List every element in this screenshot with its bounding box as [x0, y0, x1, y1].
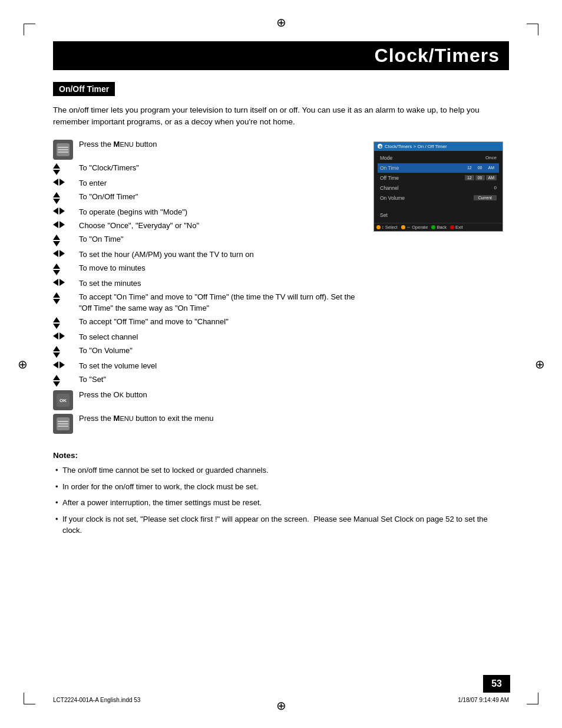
instructions-list: Press the MENU button To "Clock/Timers" [53, 139, 362, 437]
tv-screenshot-header: ⊕ Clock/Timers > On / Off Timer [374, 142, 503, 151]
note-item: The on/off time cannot be set to locked … [53, 465, 509, 476]
up-down-arrow-icon [53, 192, 79, 204]
title-bar: Clock/Timers [53, 41, 509, 70]
instruction-row: Press the MENU button to exit the menu [53, 413, 362, 434]
tv-footer-select: ↕ Select [376, 225, 398, 230]
instruction-text: Choose "Once", "Everyday" or "No" [79, 220, 362, 231]
instruction-row: To operate (begins with "Mode") [53, 207, 362, 218]
instruction-text: To "Set" [79, 374, 362, 385]
page-title: Clock/Timers [62, 45, 500, 67]
instruction-text: Press the MENU button to exit the menu [79, 413, 362, 424]
notes-list: The on/off time cannot be set to locked … [53, 465, 509, 536]
page-number: 53 [483, 675, 510, 693]
ok-button-icon: OK [53, 390, 79, 410]
tv-header-title: Clock/Timers > On / Off Timer [385, 144, 447, 149]
left-right-arrow-icon [53, 179, 79, 186]
instruction-row: To "On/Off Timer" [53, 192, 362, 204]
note-item: After a power interruption, the timer se… [53, 497, 509, 509]
up-down-arrow-icon [53, 317, 79, 329]
tv-btn: 00 [475, 165, 485, 170]
instruction-text: To set the hour (AM/PM) you want the TV … [79, 249, 362, 260]
instruction-row: Press the MENU button [53, 139, 362, 160]
intro-paragraph: The on/off timer lets you program your t… [53, 104, 509, 129]
up-down-arrow-icon [53, 292, 79, 304]
left-right-arrow-icon [53, 332, 79, 340]
notes-section: Notes: The on/off time cannot be set to … [53, 451, 509, 536]
tv-btn: 00 [475, 175, 485, 180]
registration-mark-right: ⊕ [534, 358, 546, 370]
up-down-arrow-icon [53, 235, 79, 246]
tv-row-value: Current [474, 195, 497, 200]
left-right-arrow-icon [53, 361, 79, 368]
instruction-text: To operate (begins with "Mode") [79, 207, 362, 218]
instruction-row: To set the hour (AM/PM) you want the TV … [53, 249, 362, 260]
instruction-text: To set the minutes [79, 278, 362, 289]
tv-row-label: On Volume [380, 195, 415, 201]
instruction-text: To accept "Off Time" and move to "Channe… [79, 317, 362, 327]
tv-row-value: Once [485, 155, 497, 160]
footer-right: 1/18/07 9:14:49 AM [458, 697, 509, 703]
instruction-row: To accept "Off Time" and move to "Channe… [53, 317, 362, 329]
tv-row-set: Set [378, 210, 499, 220]
instruction-text: To "On Volume" [79, 345, 362, 356]
left-right-arrow-icon [53, 279, 79, 286]
note-item: In order for the on/off timer to work, t… [53, 481, 509, 493]
tv-row-value: 12 00 AM [465, 165, 497, 170]
footer-info: LCT2224-001A-A English.indd 53 1/18/07 9… [0, 697, 562, 703]
instruction-row: To move to minutes [53, 263, 362, 275]
tv-header-icon: ⊕ [378, 144, 382, 149]
tv-row-off-time: Off Time 12 00 AM [378, 173, 499, 183]
tv-btn: 12 [465, 175, 474, 180]
instruction-text: To "Clock/Timers" [79, 163, 362, 173]
instruction-row: OK Press the OK button [53, 390, 362, 410]
left-right-arrow-icon [53, 207, 79, 215]
notes-title: Notes: [53, 451, 509, 460]
instruction-text: Press the OK button [79, 390, 362, 400]
footer-left: LCT2224-001A-A English.indd 53 [53, 697, 140, 703]
up-down-arrow-icon [53, 346, 79, 358]
tv-row-label: Mode [380, 155, 415, 161]
instruction-text: To "On/Off Timer" [79, 192, 362, 202]
up-down-arrow-icon [53, 263, 79, 275]
left-right-arrow-icon [53, 250, 79, 257]
tv-row-mode: Mode Once [378, 153, 499, 163]
tv-row-label: Off Time [380, 175, 415, 181]
instruction-text: To "On Time" [79, 234, 362, 245]
instruction-row: To accept "On Time" and move to "Off Tim… [53, 292, 362, 313]
instruction-row: To select channel [53, 332, 362, 342]
tv-row-on-volume: On Volume Current [378, 193, 499, 203]
up-down-arrow-icon [53, 375, 79, 387]
instruction-row: To set the volume level [53, 361, 362, 371]
tv-footer: ↕ Select ↔ Operate Back Exit [374, 223, 503, 231]
instruction-text: To enter [79, 178, 362, 189]
instruction-row: To set the minutes [53, 278, 362, 289]
tv-row-value: 0 [494, 185, 497, 190]
left-right-arrow-icon [53, 221, 79, 228]
instruction-row: To "Set" [53, 374, 362, 387]
instruction-row: To "On Time" [53, 234, 362, 246]
registration-mark-top: ⊕ [275, 17, 287, 28]
tv-screenshot-area: ⊕ Clock/Timers > On / Off Timer Mode Onc… [373, 141, 509, 437]
instruction-text: To set the volume level [79, 361, 362, 371]
section-heading: On/Off Timer [53, 82, 115, 96]
instruction-text: Press the MENU button [79, 139, 362, 150]
tv-row-channel: Channel 0 [378, 183, 499, 193]
tv-btn: AM [486, 175, 497, 180]
instruction-row: Choose "Once", "Everyday" or "No" [53, 220, 362, 231]
tv-footer-exit: Exit [450, 225, 463, 230]
menu-button-icon [53, 414, 79, 434]
tv-row-on-time: On Time 12 00 AM [378, 163, 499, 173]
up-down-arrow-icon [53, 163, 79, 175]
tv-footer-back: Back [431, 225, 447, 230]
instruction-row: To enter [53, 178, 362, 189]
instruction-text: To move to minutes [79, 263, 362, 274]
tv-screenshot: ⊕ Clock/Timers > On / Off Timer Mode Onc… [373, 141, 503, 232]
tv-footer-operate: ↔ Operate [401, 225, 428, 230]
tv-row-label: On Time [380, 165, 415, 171]
tv-content: Mode Once On Time 12 00 AM [374, 151, 503, 223]
registration-mark-left: ⊕ [16, 358, 28, 370]
tv-set-label: Set [380, 212, 415, 218]
tv-btn: 12 [465, 165, 474, 170]
note-item: If your clock is not set, "Please set cl… [53, 513, 509, 536]
instruction-row: To "Clock/Timers" [53, 163, 362, 175]
